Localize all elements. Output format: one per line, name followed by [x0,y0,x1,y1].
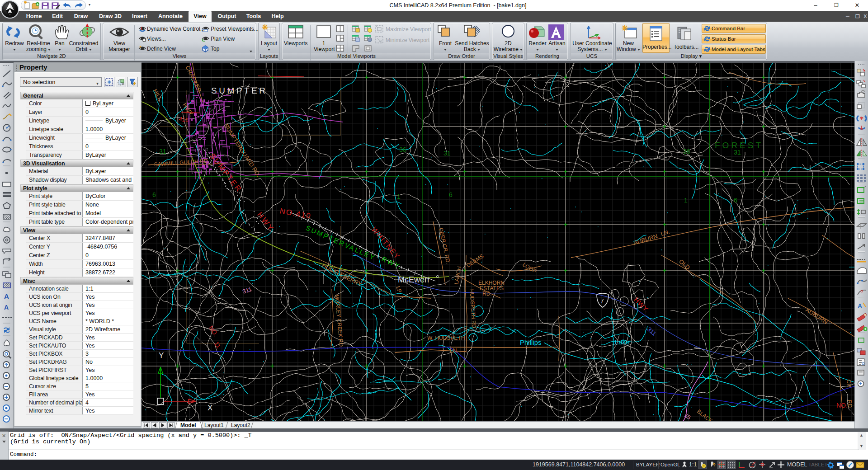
svg-text:6: 6 [449,191,453,198]
svg-text:31: 31 [159,148,166,155]
svg-text:W. HUDSPETH: W. HUDSPETH [427,335,465,341]
svg-text:1: 1 [684,197,688,204]
svg-text:FOREST: FOREST [715,141,763,150]
svg-text:36: 36 [683,148,690,155]
svg-text:RD.: RD. [482,291,492,297]
svg-text:A: A [4,292,9,300]
svg-text:CR.: CR. [845,379,853,389]
svg-text:LN.: LN. [450,348,458,354]
svg-text:1: 1 [397,193,401,200]
svg-text:6: 6 [734,197,737,204]
svg-text:NO.: NO. [836,402,848,409]
svg-text:36: 36 [399,146,406,153]
svg-text:31: 31 [443,150,451,157]
svg-text:A: A [4,304,9,311]
svg-text:McEwen: McEwen [398,275,429,284]
svg-text:RD.: RD. [846,400,854,409]
svg-text:SUMPTER: SUMPTER [211,86,267,95]
svg-text:Y: Y [159,351,164,360]
svg-text:A: A [858,302,862,310]
svg-text:7: 7 [600,297,604,305]
svg-text:6: 6 [152,191,156,198]
svg-text:X: X [208,404,212,412]
svg-text:Lake: Lake [615,338,630,346]
svg-text:Phillips: Phillips [520,338,542,346]
